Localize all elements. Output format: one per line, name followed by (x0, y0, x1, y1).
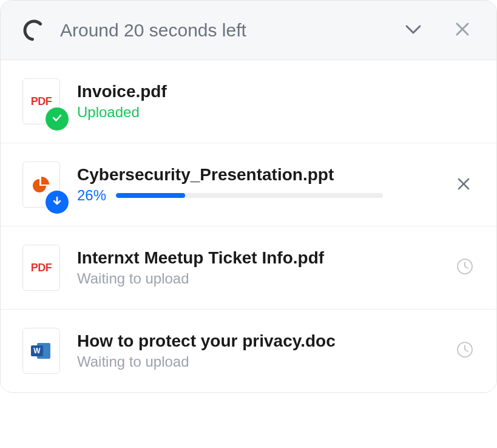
file-name: How to protect your privacy.doc (77, 331, 438, 351)
svg-text:W: W (33, 347, 41, 355)
panel-header: Around 20 seconds left (1, 1, 496, 60)
upload-item: W How to protect your privacy.doc Waitin… (1, 310, 496, 392)
header-title: Around 20 seconds left (60, 20, 386, 41)
word-icon: W (31, 342, 52, 360)
svg-point-0 (24, 19, 45, 41)
cancel-upload-button[interactable] (453, 173, 475, 197)
arrow-down-icon (51, 195, 63, 209)
file-info: Internxt Meetup Ticket Info.pdf Waiting … (77, 248, 438, 287)
item-action (455, 340, 475, 362)
doc-file-icon: W (22, 328, 60, 374)
item-action (453, 173, 475, 197)
file-name: Cybersecurity_Presentation.ppt (77, 165, 436, 185)
file-icon-wrap (22, 161, 60, 208)
upload-item: Cybersecurity_Presentation.ppt 26% (1, 143, 496, 226)
spinner-icon (22, 19, 46, 42)
file-icon-wrap: PDF (22, 245, 60, 291)
file-info: Cybersecurity_Presentation.ppt 26% (77, 165, 436, 204)
file-name: Internxt Meetup Ticket Info.pdf (77, 248, 438, 268)
pdf-file-icon: PDF (22, 245, 60, 291)
pdf-label: PDF (31, 262, 52, 274)
file-icon-wrap: PDF (22, 78, 60, 124)
upload-panel: Around 20 seconds left PDF (0, 0, 497, 393)
downloading-badge (46, 191, 69, 214)
close-icon (455, 175, 472, 194)
header-actions (401, 16, 475, 44)
file-info: Invoice.pdf Uploaded (77, 82, 475, 121)
success-badge (46, 107, 69, 131)
upload-item: PDF Invoice.pdf Uploaded (1, 60, 496, 143)
upload-item: PDF Internxt Meetup Ticket Info.pdf Wait… (1, 226, 496, 310)
clock-icon (455, 268, 475, 278)
ppt-icon (32, 175, 50, 194)
file-status: Waiting to upload (77, 270, 438, 287)
item-action (455, 257, 475, 279)
file-icon-wrap: W (22, 328, 60, 374)
file-name: Invoice.pdf (77, 82, 475, 101)
close-button[interactable] (450, 17, 475, 43)
chevron-down-icon (403, 19, 424, 41)
progress-bar (116, 193, 383, 198)
pdf-label: PDF (31, 95, 52, 108)
file-info: How to protect your privacy.doc Waiting … (77, 331, 438, 370)
file-status: Uploaded (77, 104, 475, 121)
upload-list: PDF Invoice.pdf Uploaded (1, 60, 496, 392)
close-icon (453, 19, 472, 41)
collapse-button[interactable] (401, 16, 426, 44)
check-icon (51, 112, 63, 126)
clock-icon (455, 351, 475, 361)
progress-row: 26% (77, 187, 436, 204)
progress-percent: 26% (77, 187, 106, 204)
progress-fill (116, 193, 185, 198)
file-status: Waiting to upload (77, 353, 438, 370)
